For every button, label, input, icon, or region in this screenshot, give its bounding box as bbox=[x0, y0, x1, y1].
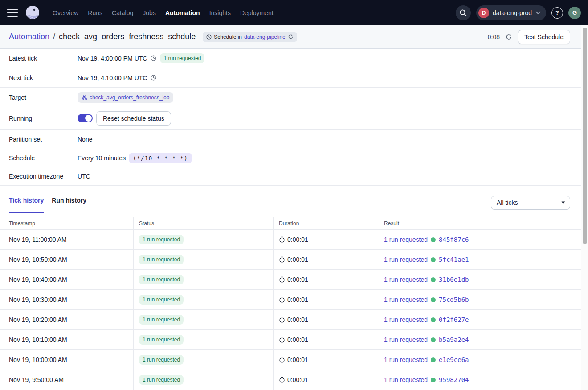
run-id-link[interactable]: 75cd5b6b bbox=[439, 296, 469, 303]
schedule-badge-prefix: Schedule in bbox=[214, 34, 242, 40]
schedule-description: Every 10 minutes bbox=[78, 154, 126, 162]
tick-status-badge: 1 run requested bbox=[139, 375, 184, 385]
tick-status-badge: 1 run requested bbox=[139, 275, 184, 284]
tick-status-badge: 1 run requested bbox=[139, 255, 184, 264]
tick-result-link[interactable]: 1 run requested bbox=[384, 376, 428, 383]
run-id-link[interactable]: 845f87c6 bbox=[439, 236, 469, 243]
stopwatch-icon bbox=[279, 317, 285, 323]
run-status-dot bbox=[431, 378, 436, 382]
nav-item-catalog[interactable]: Catalog bbox=[112, 9, 133, 16]
tick-result-link[interactable]: 1 run requested bbox=[384, 236, 428, 243]
breadcrumb-separator: / bbox=[53, 32, 55, 41]
dagster-logo[interactable] bbox=[24, 4, 41, 21]
nav-item-automation[interactable]: Automation bbox=[165, 9, 200, 16]
run-id-link[interactable]: b5a9a2e4 bbox=[439, 336, 469, 343]
refresh-icon[interactable] bbox=[288, 34, 294, 40]
tick-result-link[interactable]: 1 run requested bbox=[384, 356, 428, 363]
page-title: check_avg_orders_freshness_schdule bbox=[59, 32, 196, 41]
tick-duration: 0:00:01 bbox=[287, 376, 308, 383]
help-icon[interactable]: ? bbox=[551, 7, 563, 19]
top-nav: Overview Runs Catalog Jobs Automation In… bbox=[0, 0, 588, 25]
stopwatch-icon bbox=[279, 297, 285, 303]
tick-result-link[interactable]: 1 run requested bbox=[384, 256, 428, 263]
detail-row-running: Running Reset schedule status bbox=[0, 107, 581, 130]
tick-timestamp: Nov 19, 10:40:00 AM bbox=[9, 276, 67, 283]
next-tick-value: Nov 19, 4:10:00 PM UTC bbox=[78, 74, 147, 81]
detail-label: Running bbox=[0, 107, 72, 129]
tick-duration: 0:00:01 bbox=[287, 356, 308, 363]
run-id-link[interactable]: 31b0e1db bbox=[439, 276, 469, 283]
target-job-link[interactable]: check_avg_orders_freshness_job bbox=[78, 92, 173, 103]
tick-duration: 0:00:01 bbox=[287, 256, 308, 263]
detail-label: Partition set bbox=[0, 130, 72, 149]
reset-schedule-status-button[interactable]: Reset schedule status bbox=[96, 111, 171, 126]
nav-item-jobs[interactable]: Jobs bbox=[143, 9, 156, 16]
run-id-link[interactable]: 95982704 bbox=[439, 376, 469, 383]
detail-label: Next tick bbox=[0, 68, 72, 87]
detail-row-timezone: Execution timezone UTC bbox=[0, 167, 581, 186]
run-status-dot bbox=[431, 257, 436, 262]
run-id-link[interactable]: 5fc41ae1 bbox=[439, 256, 469, 263]
stopwatch-icon bbox=[279, 337, 285, 343]
nav-right-cluster: D data-eng-prod ? G bbox=[456, 5, 581, 20]
tick-timestamp: Nov 19, 9:50:00 AM bbox=[9, 376, 64, 383]
nav-item-runs[interactable]: Runs bbox=[88, 9, 102, 16]
tick-result-link[interactable]: 1 run requested bbox=[384, 276, 428, 283]
tick-timestamp: Nov 19, 10:10:00 AM bbox=[9, 336, 67, 343]
latest-tick-value: Nov 19, 4:00:00 PM UTC bbox=[78, 55, 147, 62]
run-status-dot bbox=[431, 337, 436, 342]
tick-duration: 0:00:01 bbox=[287, 276, 308, 283]
tick-timestamp: Nov 19, 10:50:00 AM bbox=[9, 256, 67, 263]
search-icon bbox=[459, 9, 467, 17]
stopwatch-icon bbox=[279, 236, 285, 243]
detail-row-latest-tick: Latest tick Nov 19, 4:00:00 PM UTC 1 run… bbox=[0, 49, 581, 68]
tick-duration: 0:00:01 bbox=[287, 236, 308, 243]
tick-result-link[interactable]: 1 run requested bbox=[384, 336, 428, 343]
run-id-link[interactable]: e1e9ce6a bbox=[439, 356, 469, 363]
cron-expression-badge: (*/10 * * * *) bbox=[129, 153, 192, 163]
column-header-duration: Duration bbox=[274, 217, 379, 229]
target-job-name: check_avg_orders_freshness_job bbox=[90, 94, 169, 101]
tick-result-link[interactable]: 1 run requested bbox=[384, 296, 428, 303]
tick-duration: 0:00:01 bbox=[287, 336, 308, 343]
page-content: Automation / check_avg_orders_freshness_… bbox=[0, 25, 581, 390]
detail-row-target: Target check_avg_orders_freshness_job bbox=[0, 88, 581, 107]
breadcrumb-automation-link[interactable]: Automation bbox=[9, 32, 49, 41]
tick-timestamp: Nov 19, 10:00:00 AM bbox=[9, 356, 67, 363]
tick-row: Nov 19, 10:30:00 AM 1 run requested 0:00… bbox=[0, 290, 581, 310]
nav-item-insights[interactable]: Insights bbox=[209, 9, 231, 16]
workspace-avatar: D bbox=[478, 8, 489, 18]
nav-item-overview[interactable]: Overview bbox=[53, 9, 78, 16]
tab-tick-history[interactable]: Tick history bbox=[9, 192, 44, 213]
tick-table-body: Nov 19, 11:00:00 AM 1 run requested 0:00… bbox=[0, 230, 581, 390]
refresh-icon[interactable] bbox=[505, 33, 512, 41]
hamburger-menu-icon[interactable] bbox=[7, 9, 18, 17]
caret-down-icon bbox=[561, 201, 565, 204]
run-id-link[interactable]: 0f2f627e bbox=[439, 316, 469, 323]
tab-run-history[interactable]: Run history bbox=[52, 192, 86, 213]
pipeline-link[interactable]: data-eng-pipeline bbox=[244, 34, 286, 40]
scrollbar-thumb[interactable] bbox=[583, 28, 587, 244]
latest-tick-status-badge: 1 run requested bbox=[160, 53, 204, 63]
partition-set-value: None bbox=[78, 136, 92, 143]
user-avatar[interactable]: G bbox=[568, 7, 581, 19]
header-actions: 0:08 Test Schedule bbox=[488, 30, 570, 44]
detail-label: Execution timezone bbox=[0, 167, 72, 185]
detail-label: Latest tick bbox=[0, 49, 72, 68]
running-toggle[interactable] bbox=[78, 114, 93, 122]
tick-row: Nov 19, 10:50:00 AM 1 run requested 0:00… bbox=[0, 250, 581, 270]
nav-item-deployment[interactable]: Deployment bbox=[240, 9, 274, 16]
tick-table-header: Timestamp Status Duration Result bbox=[0, 217, 581, 230]
history-toolbar: Tick history Run history All ticks bbox=[0, 192, 581, 213]
workspace-switcher[interactable]: D data-eng-prod bbox=[476, 5, 546, 20]
run-status-dot bbox=[431, 277, 436, 282]
tick-status-badge: 1 run requested bbox=[139, 295, 184, 305]
workspace-label: data-eng-prod bbox=[493, 9, 532, 16]
tick-result-link[interactable]: 1 run requested bbox=[384, 316, 428, 323]
column-header-timestamp: Timestamp bbox=[0, 217, 134, 229]
search-button[interactable] bbox=[456, 5, 471, 20]
schedule-location-badge: Schedule in data-eng-pipeline bbox=[203, 32, 297, 42]
page-header: Automation / check_avg_orders_freshness_… bbox=[0, 25, 581, 49]
tick-filter-select[interactable]: All ticks bbox=[491, 196, 570, 210]
test-schedule-button[interactable]: Test Schedule bbox=[518, 30, 570, 44]
